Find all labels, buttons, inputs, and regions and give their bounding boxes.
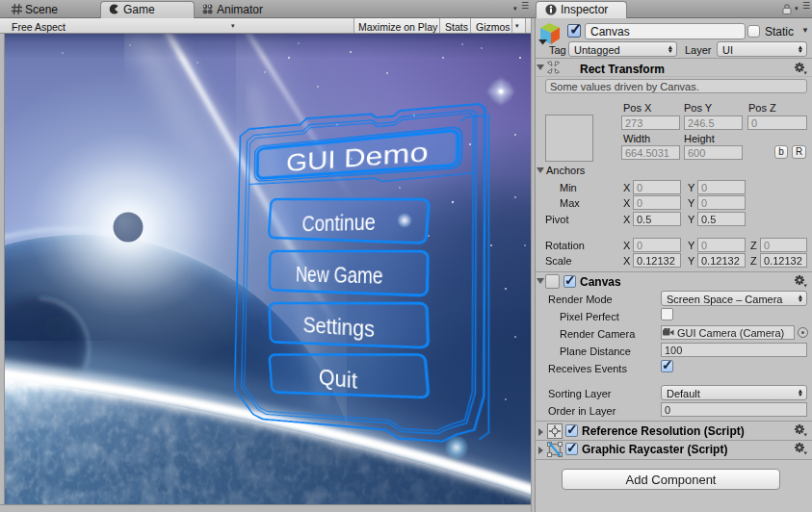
svg-text:Continue: Continue (301, 210, 376, 237)
svg-text:Quit: Quit (319, 365, 357, 394)
svg-text:New Game: New Game (296, 263, 383, 289)
